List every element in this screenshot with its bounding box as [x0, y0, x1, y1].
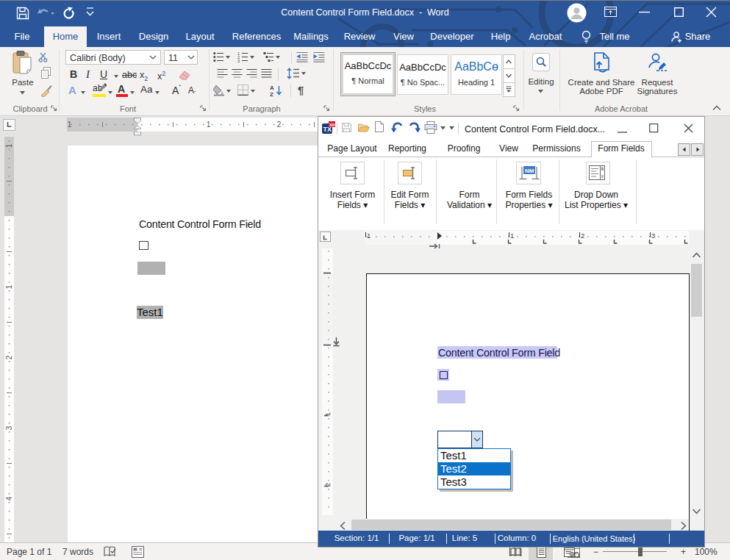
svg-text:A: A: [270, 85, 274, 91]
svg-text:XII: XII: [329, 123, 335, 127]
svg-text:3: 3: [651, 231, 655, 240]
svg-text:4: 4: [5, 496, 13, 500]
svg-text:1: 1: [510, 231, 514, 240]
svg-text:2: 2: [581, 231, 584, 240]
svg-text:Z: Z: [270, 91, 273, 96]
svg-text:2: 2: [5, 355, 13, 359]
svg-text:1: 1: [5, 143, 13, 148]
svg-text:1: 1: [5, 284, 13, 289]
svg-text:2: 2: [277, 121, 282, 129]
svg-text:1: 1: [207, 121, 211, 129]
svg-text:3: 3: [5, 426, 13, 430]
svg-text:1: 1: [68, 121, 72, 129]
svg-text:1: 1: [367, 231, 371, 240]
svg-text:3: 3: [237, 59, 240, 63]
svg-text:NM: NM: [525, 168, 534, 174]
